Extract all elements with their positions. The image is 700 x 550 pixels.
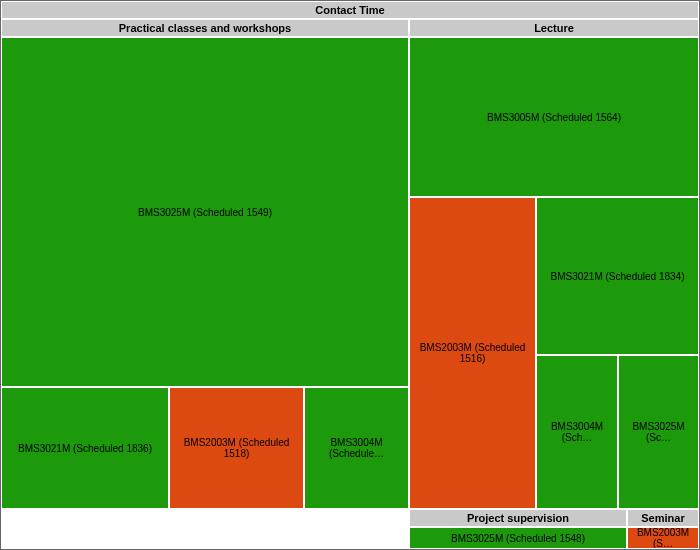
treemap-cell-practical-bms3025m[interactable]: BMS3025M (Scheduled 1549) (1, 37, 409, 387)
treemap-cell-project-bms3025m[interactable]: BMS3025M (Scheduled 1548) (409, 527, 627, 549)
category-header-seminar[interactable]: Seminar (627, 509, 699, 527)
treemap-chart: Contact Time Practical classes and works… (0, 0, 700, 550)
treemap-cell-lecture-bms3021m[interactable]: BMS3021M (Scheduled 1834) (536, 197, 699, 355)
treemap-title: Contact Time (1, 1, 699, 19)
category-header-project[interactable]: Project supervision (409, 509, 627, 527)
treemap-cell-lecture-bms3005m[interactable]: BMS3005M (Scheduled 1564) (409, 37, 699, 197)
category-header-lecture[interactable]: Lecture (409, 19, 699, 37)
treemap-cell-practical-bms2003m[interactable]: BMS2003M (Scheduled 1518) (169, 387, 304, 509)
treemap-cell-lecture-bms3004m[interactable]: BMS3004M (Sch… (536, 355, 618, 509)
treemap-cell-lecture-bms2003m[interactable]: BMS2003M (Scheduled 1516) (409, 197, 536, 509)
category-header-practical[interactable]: Practical classes and workshops (1, 19, 409, 37)
treemap-cell-seminar-bms2003m[interactable]: BMS2003M (S… (627, 527, 699, 549)
treemap-cell-practical-bms3021m[interactable]: BMS3021M (Scheduled 1836) (1, 387, 169, 509)
treemap-cell-practical-bms3004m[interactable]: BMS3004M (Schedule… (304, 387, 409, 509)
treemap-cell-lecture-bms3025m[interactable]: BMS3025M (Sc… (618, 355, 699, 509)
